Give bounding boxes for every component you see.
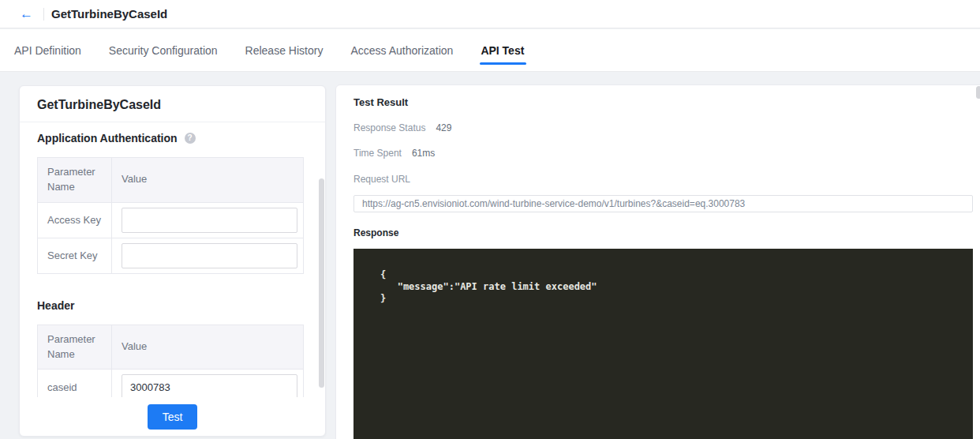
request-url-label: Request URL [353,174,973,185]
help-icon[interactable]: ? [185,133,196,144]
caseid-input[interactable] [122,374,297,397]
column-header-value: Value [112,325,304,370]
column-header-value: Value [112,158,304,203]
tab-api-test[interactable]: API Test [481,29,524,71]
auth-params-table: Parameter Name Value Access Key Secret K… [37,157,304,274]
header-divider [43,8,44,21]
request-url-field[interactable]: https://ag-cn5.envisioniot.com/wind-turb… [353,195,973,212]
response-status-label: Response Status [353,122,425,133]
table-row: Access Key [38,202,304,238]
table-row: caseid [38,370,304,397]
tab-release-history[interactable]: Release History [245,29,324,71]
tab-access-authorization[interactable]: Access Authorization [350,29,453,71]
left-panel-scrollbar-thumb[interactable] [319,178,324,388]
secret-key-input[interactable] [122,243,297,268]
header-params-table: Parameter Name Value caseid [37,325,304,397]
request-panel: GetTurbineByCaseId Application Authentic… [19,85,326,437]
request-panel-footer: Test [20,397,325,437]
time-spent-label: Time Spent [353,148,402,159]
content-area: GetTurbineByCaseId Application Authentic… [0,73,980,439]
top-header-bar: ← GetTurbineByCaseId [0,0,980,28]
request-panel-scroll-area[interactable]: Application Authentication ? Parameter N… [20,122,325,397]
time-spent-value: 61ms [412,148,435,159]
column-header-parameter-name: Parameter Name [38,158,112,203]
response-status-value: 429 [436,122,451,133]
column-header-parameter-name: Parameter Name [38,325,112,370]
test-button[interactable]: Test [148,404,197,430]
response-body-code-block: { "message":"API rate limit exceeded" } [353,249,973,439]
param-label-caseid: caseid [38,370,112,397]
access-key-input[interactable] [122,208,297,233]
time-spent-row: Time Spent61ms [353,148,973,159]
api-test-page: ← GetTurbineByCaseId API Definition Secu… [0,0,980,439]
auth-section-title: Application Authentication [37,132,178,144]
param-label-secret-key: Secret Key [38,238,112,273]
tab-security-configuration[interactable]: Security Configuration [109,29,218,71]
test-result-panel: Test Result Response Status429 Time Spen… [335,84,980,439]
back-arrow-icon[interactable]: ← [20,7,33,21]
request-panel-title: GetTurbineByCaseId [20,86,325,122]
table-row: Secret Key [38,238,304,273]
table-header-row: Parameter Name Value [38,325,304,370]
table-header-row: Parameter Name Value [38,158,304,203]
page-title: GetTurbineByCaseId [51,7,167,21]
header-section-title: Header [37,299,304,312]
param-label-access-key: Access Key [38,202,112,238]
auth-section-heading: Application Authentication ? [37,132,304,144]
response-status-row: Response Status429 [353,122,973,133]
tab-api-definition[interactable]: API Definition [14,29,81,71]
response-label: Response [353,227,973,238]
test-result-title: Test Result [353,96,973,108]
tab-bar: API Definition Security Configuration Re… [0,29,980,72]
result-panel-scrollbar-thumb[interactable] [976,86,980,99]
